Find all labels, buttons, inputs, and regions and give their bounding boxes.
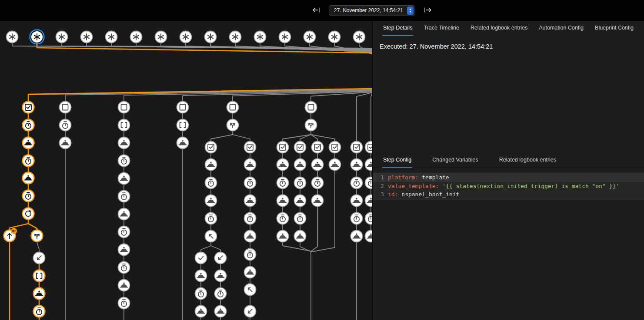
trace-node-asterisk[interactable]	[180, 31, 192, 43]
trace-node-arrowDL[interactable]	[33, 252, 45, 264]
trace-node-dome[interactable]	[277, 159, 289, 171]
trace-node-brackets[interactable]	[118, 119, 130, 131]
tab-blueprint-config[interactable]: Blueprint Config	[594, 21, 634, 36]
trace-node-timer[interactable]	[244, 177, 256, 189]
trace-node-dome[interactable]	[118, 137, 130, 149]
tab-related-logbook-entries[interactable]: Related logbook entries	[498, 153, 557, 168]
trace-node-timer[interactable]	[118, 262, 130, 274]
trace-node-dome[interactable]	[244, 195, 256, 207]
trace-node-checkbox[interactable]	[23, 102, 34, 113]
trace-node-checkbox[interactable]	[205, 142, 217, 153]
trace-node-timer[interactable]	[277, 213, 289, 224]
trace-node-checkbox[interactable]	[312, 142, 324, 153]
next-trace-button[interactable]	[422, 5, 434, 16]
tab-automation-config[interactable]: Automation Config	[538, 21, 584, 36]
trace-node-asterisk[interactable]	[7, 31, 18, 43]
trace-node-asterisk[interactable]	[81, 31, 93, 43]
trace-node-dome[interactable]	[177, 137, 189, 149]
trace-node-asterisk[interactable]	[155, 31, 167, 43]
trace-node-dome[interactable]	[294, 231, 306, 242]
trace-node-dome[interactable]	[351, 195, 363, 207]
trace-node-dome[interactable]	[23, 172, 34, 184]
tab-step-details[interactable]: Step Details	[382, 21, 413, 36]
trace-node-timer[interactable]	[23, 190, 34, 202]
trace-node-timer[interactable]	[23, 119, 34, 131]
trace-node-asterisk[interactable]	[106, 31, 117, 43]
trace-node-dome[interactable]	[195, 306, 207, 317]
trace-node-asterisk[interactable]	[230, 31, 241, 43]
trace-node-fork[interactable]	[305, 119, 317, 131]
trace-node-square[interactable]	[227, 102, 239, 113]
trace-node-timer[interactable]	[294, 213, 306, 224]
previous-trace-button[interactable]	[310, 5, 322, 16]
trace-node-timer[interactable]	[244, 213, 256, 224]
trace-node-dome[interactable]	[312, 195, 324, 207]
trace-node-square[interactable]	[177, 102, 189, 113]
trace-node-dome[interactable]	[118, 244, 130, 256]
trace-node-timer[interactable]	[365, 213, 373, 224]
trace-node-timer[interactable]	[244, 249, 256, 261]
trace-node-checkbox[interactable]	[277, 142, 289, 153]
trace-node-timer[interactable]	[351, 177, 363, 189]
trace-node-square[interactable]	[118, 102, 130, 113]
trace-node-fork[interactable]	[31, 230, 43, 242]
trace-node-dome[interactable]	[365, 195, 373, 207]
automation-trace-graph[interactable]: 9+	[0, 21, 372, 320]
yaml-editor[interactable]: 1platform: template2value_template: '{{ …	[373, 172, 644, 200]
trace-run-select[interactable]: 27. November 2022, 14:54:21 ▴▾	[329, 5, 415, 16]
trace-node-checkbox[interactable]	[244, 142, 256, 153]
trace-node-arrowDL[interactable]	[244, 306, 256, 317]
trace-node-dome[interactable]	[60, 137, 71, 149]
trace-node-dome[interactable]	[351, 231, 363, 242]
trace-node-checkbox[interactable]	[365, 142, 373, 153]
trace-node-asterisk[interactable]	[30, 30, 44, 44]
trace-node-dome[interactable]	[277, 195, 289, 207]
trace-node-arrowDL[interactable]	[215, 252, 227, 264]
trace-node-timer[interactable]	[205, 213, 217, 224]
trace-node-timer[interactable]	[118, 191, 130, 202]
trace-node-timer[interactable]	[294, 177, 306, 189]
trace-node-dome[interactable]	[118, 173, 130, 185]
trace-node-asterisk[interactable]	[304, 31, 316, 43]
trace-node-asterisk[interactable]	[205, 31, 217, 43]
trace-node-asterisk[interactable]	[354, 31, 365, 43]
trace-node-arrowNW[interactable]	[244, 284, 256, 296]
trace-node-dome[interactable]	[294, 195, 306, 207]
trace-node-asterisk[interactable]	[130, 31, 142, 43]
trace-node-asterisk[interactable]	[56, 31, 68, 43]
trace-node-timer[interactable]	[33, 306, 45, 317]
trace-node-dome[interactable]	[118, 208, 130, 220]
trace-node-timer[interactable]	[215, 288, 227, 300]
tab-related-logbook-entries[interactable]: Related logbook entries	[470, 21, 528, 36]
trace-node-repeat[interactable]	[23, 208, 34, 220]
trace-node-square[interactable]	[305, 102, 317, 113]
trace-node-dome[interactable]	[205, 195, 217, 207]
trace-node-checkbox[interactable]	[294, 142, 306, 153]
trace-node-asterisk[interactable]	[279, 31, 291, 43]
trace-node-timer[interactable]	[23, 155, 34, 167]
trace-node-checkbox[interactable]	[351, 142, 363, 153]
trace-node-square[interactable]	[60, 102, 71, 113]
trace-node-timer[interactable]	[118, 297, 130, 309]
tab-trace-timeline[interactable]: Trace Timeline	[423, 21, 460, 36]
trace-node-checkbox[interactable]	[329, 142, 341, 153]
trace-node-dome[interactable]	[351, 159, 363, 171]
trace-node-timer[interactable]	[195, 288, 207, 300]
trace-node-dome[interactable]	[195, 270, 207, 282]
trace-node-dome[interactable]	[294, 159, 306, 171]
trace-node-dome[interactable]	[33, 288, 45, 300]
trace-node-timer[interactable]	[205, 177, 217, 189]
trace-node-dome[interactable]	[118, 280, 130, 291]
trace-node-dome[interactable]	[244, 159, 256, 171]
trace-node-timer[interactable]	[277, 177, 289, 189]
trace-node-asterisk[interactable]	[329, 31, 340, 43]
trace-node-arrowNW[interactable]	[205, 231, 217, 242]
trace-node-timer[interactable]	[118, 155, 130, 167]
trace-node-asterisk[interactable]	[254, 31, 266, 43]
trace-node-dome[interactable]	[244, 267, 256, 278]
trace-node-dome[interactable]	[365, 231, 373, 242]
trace-node-timer[interactable]	[365, 177, 373, 189]
trace-node-timer[interactable]	[60, 119, 71, 131]
trace-node-dome[interactable]	[244, 231, 256, 242]
trace-node-dome[interactable]	[215, 270, 227, 282]
